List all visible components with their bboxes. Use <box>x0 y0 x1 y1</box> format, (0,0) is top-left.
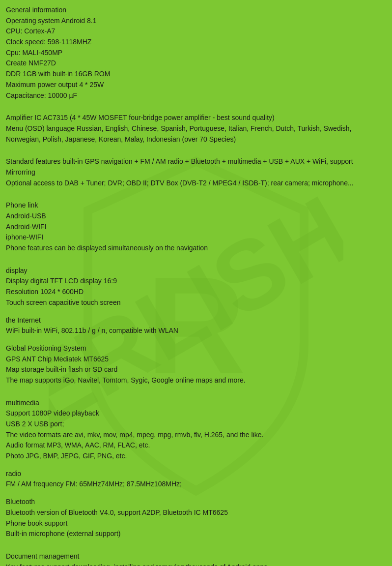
line-map-storage: Map storage built-in flash or SD card <box>6 364 386 375</box>
section-document-management: Document management Key features support… <box>6 551 386 566</box>
line-mirrorring: Mirrorring <box>6 167 386 178</box>
line-cpu2: Cpu: MALI-450MP <box>6 48 386 59</box>
section-standard-features: Standard features built-in GPS navigatio… <box>6 156 386 188</box>
section-title-radio: radio <box>6 469 386 479</box>
line-menu-osd: Menu (OSD) language Russian, English, Ch… <box>6 123 386 134</box>
section-amplifier: Amplifier IC AC7315 (4 * 45W MOSFET four… <box>6 113 386 145</box>
line-create: Create NMF27D <box>6 58 386 69</box>
section-radio: radio FM / AM frequency FM: 65MHz74MHz; … <box>6 469 386 490</box>
section-bluetooth: Bluetooth Bluetooth version of Bluetooth… <box>6 497 386 539</box>
line-android-usb: Android-USB <box>6 211 386 222</box>
section-title-phone: Phone link <box>6 200 386 211</box>
section-title-internet: the Internet <box>6 315 386 326</box>
line-video-formats: The video formats are avi, mkv, mov, mp4… <box>6 430 386 441</box>
line-phone-features: Phone features can be displayed simultan… <box>6 243 386 254</box>
line-optional: Optional access to DAB + Tuner; DVR; OBD… <box>6 178 386 189</box>
line-1080p: Support 1080P video playback <box>6 408 386 419</box>
line-usb: USB 2 X USB port; <box>6 419 386 430</box>
line-wifi: WiFi built-in WiFi, 802.11b / g / n, com… <box>6 326 386 336</box>
line-ddr: DDR 1GB with built-in 16GB ROM <box>6 69 386 80</box>
line-map-supports: The map supports iGo, Navitel, Tomtom, S… <box>6 375 386 386</box>
line-resolution: Resolution 1024 * 600HD <box>6 287 386 298</box>
line-gps-chip: GPS ANT Chip Mediatek MT6625 <box>6 354 386 365</box>
section-title-document: Document management <box>6 551 386 562</box>
line-photo: Photo JPG, BMP, JEPG, GIF, PNG, etc. <box>6 451 386 462</box>
line-key-features: Key features support downloading, instal… <box>6 562 386 566</box>
line-phone-book: Phone book support <box>6 518 386 529</box>
line-os: Operating system Android 8.1 <box>6 16 386 27</box>
section-phone-link: Phone link Android-USB Android-WIFI ipho… <box>6 200 386 253</box>
section-title-bluetooth: Bluetooth <box>6 497 386 507</box>
section-multimedia: multimedia Support 1080P video playback … <box>6 398 386 462</box>
line-display-digital: Display digital TFT LCD display 16:9 <box>6 276 386 287</box>
line-touch-screen: Touch screen capacitive touch screen <box>6 298 386 308</box>
line-clock: Clock speed: 598-1118MHZ <box>6 37 386 48</box>
section-internet: the Internet WiFi built-in WiFi, 802.11b… <box>6 315 386 336</box>
line-languages: Norwegian, Polish, Japanese, Korean, Mal… <box>6 134 386 145</box>
section-title-display: display <box>6 266 386 276</box>
section-gps: Global Positioning System GPS ANT Chip M… <box>6 343 386 386</box>
section-title-multimedia: multimedia <box>6 398 386 409</box>
line-cpu: CPU: Cortex-A7 <box>6 26 386 37</box>
line-amplifier: Amplifier IC AC7315 (4 * 45W MOSFET four… <box>6 113 386 123</box>
line-standard-features: Standard features built-in GPS navigatio… <box>6 156 386 167</box>
page-content: General information Operating system And… <box>0 0 392 566</box>
section-title-gps: Global Positioning System <box>6 343 386 354</box>
section-general-information: General information Operating system And… <box>6 5 386 101</box>
line-capacitance: Capacitance: 10000 µF <box>6 90 386 101</box>
line-iphone-wifi: iphone-WIFI <box>6 232 386 243</box>
line-android-wifi: Android-WIFI <box>6 222 386 233</box>
line-power: Maximum power output 4 * 25W <box>6 80 386 90</box>
line-audio-format: Audio format MP3, WMA, AAC, RM, FLAC, et… <box>6 440 386 451</box>
line-microphone: Built-in microphone (external support) <box>6 529 386 539</box>
section-title-general: General information <box>6 5 386 16</box>
line-bt-version: Bluetooth version of Bluetooth V4.0, sup… <box>6 507 386 518</box>
line-fm-am: FM / AM frequency FM: 65MHz74MHz; 87.5MH… <box>6 479 386 490</box>
section-display: display Display digital TFT LCD display … <box>6 266 386 308</box>
